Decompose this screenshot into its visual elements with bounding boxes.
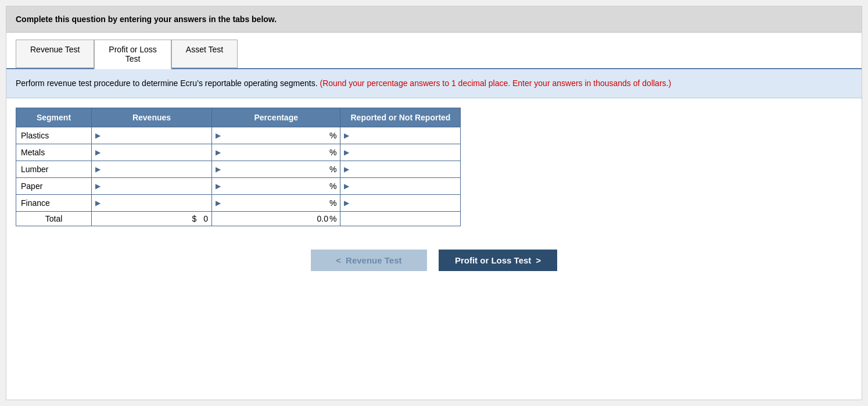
tab-revenue[interactable]: Revenue Test (16, 40, 94, 68)
reported-finance-input[interactable] (350, 197, 457, 209)
percentage-paper-input[interactable] (222, 180, 328, 192)
arrow-icon: ▶ (216, 165, 221, 173)
percentage-lumber-input[interactable] (222, 163, 328, 175)
revenues-plastics-cell: ▶ (92, 127, 212, 144)
segment-lumber: Lumber (16, 161, 92, 178)
description-highlighted: (Round your percentage answers to 1 deci… (320, 79, 671, 88)
next-button[interactable]: Profit or Loss Test > (439, 250, 557, 271)
reported-finance-cell: ▶ (340, 195, 461, 212)
next-icon: > (536, 255, 541, 265)
reported-metals-input[interactable] (350, 147, 457, 158)
arrow-icon: ▶ (95, 131, 101, 140)
tab-asset[interactable]: Asset Test (171, 40, 238, 68)
revenues-paper-input[interactable] (102, 180, 208, 192)
revenues-paper-cell: ▶ (92, 178, 212, 195)
prev-icon: < (336, 255, 341, 265)
pct-symbol: % (329, 214, 336, 223)
content-area: Perform revenue test procedure to determ… (6, 69, 862, 236)
col-header-reported: Reported or Not Reported (340, 108, 461, 127)
description-main: Perform revenue test procedure to determ… (16, 79, 320, 88)
total-row: Total $ 0 0.0 % (16, 212, 461, 226)
prev-button[interactable]: < Revenue Test (311, 250, 427, 271)
revenues-metals-cell: ▶ (92, 144, 212, 161)
reported-lumber-input[interactable] (350, 163, 457, 175)
total-percentage-cell: 0.0 % (212, 212, 340, 226)
reported-paper-input[interactable] (350, 180, 457, 192)
arrow-icon: ▶ (344, 148, 349, 156)
total-dollar-sign: $ (192, 214, 197, 223)
segment-finance: Finance (16, 195, 92, 212)
arrow-icon: ▶ (344, 131, 349, 140)
tab-profit-loss[interactable]: Profit or LossTest (94, 40, 171, 69)
reported-metals-cell: ▶ (340, 144, 461, 161)
description-box: Perform revenue test procedure to determ… (6, 69, 862, 98)
instruction-text: Complete this question by entering your … (16, 15, 277, 24)
table-row: Paper ▶ ▶ % (16, 178, 461, 195)
percentage-metals-cell: ▶ % (212, 144, 340, 161)
total-label: Total (16, 212, 92, 226)
arrow-icon: ▶ (95, 148, 101, 156)
revenues-lumber-cell: ▶ (92, 161, 212, 178)
revenues-finance-input[interactable] (102, 197, 208, 209)
segment-metals: Metals (16, 144, 92, 161)
total-revenues-cell: $ 0 (92, 212, 212, 226)
col-header-segment: Segment (16, 108, 92, 127)
reported-paper-cell: ▶ (340, 178, 461, 195)
percentage-lumber-cell: ▶ % (212, 161, 340, 178)
revenues-lumber-input[interactable] (102, 163, 208, 175)
arrow-icon: ▶ (95, 199, 101, 207)
pct-symbol: % (329, 131, 336, 140)
col-header-percentage: Percentage (212, 108, 340, 127)
revenues-finance-cell: ▶ (92, 195, 212, 212)
reported-plastics-input[interactable] (350, 130, 457, 141)
arrow-icon: ▶ (216, 182, 221, 190)
percentage-finance-cell: ▶ % (212, 195, 340, 212)
pct-symbol: % (329, 165, 336, 174)
reported-plastics-cell: ▶ (340, 127, 461, 144)
table-wrapper: Segment Revenues Percentage Reported or … (6, 98, 862, 236)
percentage-paper-cell: ▶ % (212, 178, 340, 195)
revenues-plastics-input[interactable] (102, 130, 208, 141)
segment-plastics: Plastics (16, 127, 92, 144)
segment-paper: Paper (16, 178, 92, 195)
table-row: Metals ▶ ▶ % (16, 144, 461, 161)
instruction-bar: Complete this question by entering your … (6, 6, 862, 33)
revenue-table: Segment Revenues Percentage Reported or … (16, 108, 461, 226)
next-label: Profit or Loss Test (455, 255, 531, 265)
percentage-metals-input[interactable] (222, 147, 328, 158)
arrow-icon: ▶ (216, 148, 221, 156)
reported-lumber-cell: ▶ (340, 161, 461, 178)
arrow-icon: ▶ (95, 182, 101, 190)
footer-nav: < Revenue Test Profit or Loss Test > (6, 236, 862, 285)
pct-symbol: % (329, 148, 336, 157)
table-row: Finance ▶ ▶ % (16, 195, 461, 212)
prev-label: Revenue Test (346, 255, 401, 265)
arrow-icon: ▶ (216, 199, 221, 207)
table-row: Lumber ▶ ▶ % (16, 161, 461, 178)
percentage-finance-input[interactable] (222, 197, 328, 209)
total-reported-cell (340, 212, 461, 226)
pct-symbol: % (329, 181, 336, 191)
table-row: Plastics ▶ ▶ % (16, 127, 461, 144)
arrow-icon: ▶ (344, 165, 349, 173)
total-percentage-value: 0.0 (317, 214, 328, 223)
arrow-icon: ▶ (344, 182, 349, 190)
arrow-icon: ▶ (95, 165, 101, 173)
arrow-icon: ▶ (344, 199, 349, 207)
percentage-plastics-input[interactable] (222, 130, 328, 141)
revenues-metals-input[interactable] (102, 147, 208, 158)
total-revenues-value: 0 (203, 214, 208, 223)
arrow-icon: ▶ (216, 131, 221, 140)
pct-symbol: % (329, 198, 336, 208)
percentage-plastics-cell: ▶ % (212, 127, 340, 144)
tabs-container: Revenue Test Profit or LossTest Asset Te… (6, 33, 862, 69)
col-header-revenues: Revenues (92, 108, 212, 127)
